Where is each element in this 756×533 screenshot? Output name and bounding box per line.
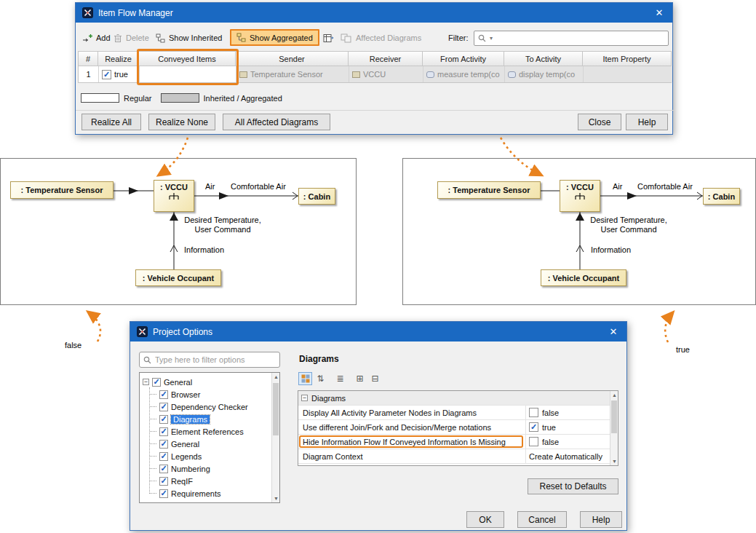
tree-checkbox[interactable] — [152, 378, 161, 387]
table-row[interactable]: 1 true Temperature Sensor VCCU measure t… — [78, 66, 672, 83]
categorized-view-icon[interactable] — [298, 372, 312, 385]
filter-searchbox[interactable]: ▾ — [474, 31, 669, 46]
block-temperature-sensor[interactable]: : Temperature Sensor — [10, 181, 114, 199]
tree-scrollbar[interactable]: ▲ ▼ — [271, 373, 279, 502]
property-row[interactable]: Use different Join/Fork and Decision/Mer… — [298, 420, 618, 435]
column-header-num[interactable]: # — [78, 51, 98, 66]
chevron-down-icon[interactable]: ▾ — [490, 35, 493, 42]
tree-checkbox[interactable] — [159, 452, 168, 461]
tree-item-diagrams[interactable]: Diagrams — [140, 413, 279, 425]
column-header-receiver[interactable]: Receiver — [349, 51, 423, 66]
tree-checkbox[interactable] — [159, 477, 168, 486]
dialog-title: Project Options — [153, 327, 212, 337]
expand-all-icon[interactable]: ⊞ — [353, 372, 367, 385]
block-cabin[interactable]: : Cabin — [703, 188, 740, 205]
scroll-up-icon[interactable]: ▲ — [272, 374, 280, 379]
property-value[interactable]: true — [525, 420, 618, 434]
grid-glyph — [301, 374, 310, 383]
column-header-item-property[interactable]: Item Property — [583, 51, 672, 66]
tree-checkbox[interactable] — [159, 427, 168, 436]
block-vccu[interactable]: : VCCU — [154, 180, 194, 212]
tree-checkbox[interactable] — [159, 390, 168, 399]
property-group-row[interactable]: Diagrams — [298, 391, 618, 406]
block-temperature-sensor[interactable]: : Temperature Sensor — [437, 181, 541, 199]
collapse-all-icon[interactable]: ⊟ — [368, 372, 382, 385]
affected-diagrams-button[interactable]: Affected Diagrams — [341, 29, 421, 47]
scroll-up-icon[interactable]: ▲ — [610, 392, 618, 398]
item-flow-manager-dialog: Item Flow Manager Add Delete Show Inheri… — [75, 2, 673, 135]
block-label: : Vehicle Occupant — [143, 274, 214, 283]
tree-item-general-root[interactable]: General — [140, 376, 279, 388]
value-checkbox[interactable] — [529, 408, 538, 417]
tree-item-legends[interactable]: Legends — [140, 450, 279, 462]
tree-checkbox[interactable] — [159, 440, 168, 449]
collapse-icon[interactable] — [301, 395, 308, 401]
block-cabin[interactable]: : Cabin — [298, 188, 335, 205]
info-flow-triangle — [576, 213, 584, 221]
block-vehicle-occupant[interactable]: : Vehicle Occupant — [541, 269, 626, 286]
tree-item-dependency-checker[interactable]: Dependency Checker — [140, 400, 279, 413]
column-header-realize[interactable]: Realize — [98, 51, 139, 66]
tree-item-reqif[interactable]: ReqIF — [140, 475, 279, 487]
reset-to-defaults-button[interactable]: Reset to Defaults — [528, 478, 618, 494]
cancel-button[interactable]: Cancel — [517, 511, 567, 528]
ok-button[interactable]: OK — [466, 511, 504, 528]
show-inherited-button[interactable]: Show Inherited — [156, 29, 222, 47]
property-row[interactable]: Display All Activity Parameter Nodes in … — [298, 406, 618, 420]
realize-none-button[interactable]: Realize None — [148, 114, 215, 130]
tree-checkbox[interactable] — [159, 403, 168, 411]
tree-checkbox[interactable] — [159, 489, 168, 498]
add-button[interactable]: Add — [82, 29, 111, 47]
tree-item-element-references[interactable]: Element References — [140, 425, 279, 438]
tree-checkbox[interactable] — [159, 415, 168, 424]
property-value[interactable]: false — [525, 435, 618, 449]
filter-input[interactable] — [496, 34, 664, 43]
close-icon[interactable] — [607, 326, 620, 337]
collapse-icon[interactable] — [143, 379, 149, 385]
tree-checkbox[interactable] — [159, 465, 168, 473]
property-value[interactable]: Create Automatically — [525, 449, 618, 463]
all-affected-diagrams-button[interactable]: All Affected Diagrams — [223, 114, 330, 130]
realize-all-button[interactable]: Realize All — [81, 114, 141, 130]
close-button[interactable]: Close — [578, 114, 621, 130]
add-icon — [82, 33, 92, 43]
help-button[interactable]: Help — [580, 511, 622, 528]
desired-line1: Desired Temperature, — [179, 216, 266, 225]
titlebar[interactable]: Item Flow Manager — [76, 3, 672, 23]
sort-alphabetically-icon[interactable]: ⇅ — [314, 372, 327, 385]
titlebar[interactable]: Project Options — [130, 322, 626, 341]
properties-scrollbar[interactable]: ▲ ▼ — [610, 391, 618, 465]
property-row[interactable]: Diagram Context Create Automatically — [298, 449, 618, 464]
group-label: Diagrams — [311, 394, 346, 403]
scrollbar-thumb[interactable] — [273, 383, 279, 435]
block-vccu[interactable]: : VCCU — [560, 180, 600, 212]
help-button[interactable]: Help — [626, 114, 668, 130]
options-filter-input[interactable] — [155, 355, 276, 364]
tree-item-numbering[interactable]: Numbering — [140, 462, 279, 475]
scroll-down-icon[interactable]: ▼ — [272, 496, 280, 501]
column-header-from-activity[interactable]: From Activity — [423, 51, 504, 66]
options-filter-searchbox[interactable] — [139, 352, 280, 368]
realize-checkbox[interactable] — [102, 70, 111, 79]
column-header-conveyed-items[interactable]: Conveyed Items — [139, 51, 236, 66]
tree-item-general[interactable]: General — [140, 438, 279, 450]
property-row-highlighted[interactable]: Hide Information Flow If Conveyed Inform… — [298, 435, 618, 449]
delete-button[interactable]: Delete — [114, 29, 149, 47]
scroll-down-icon[interactable]: ▼ — [610, 459, 618, 464]
cell-conveyed-items[interactable] — [140, 66, 236, 82]
tree-item-browser[interactable]: Browser — [140, 388, 279, 400]
show-description-icon[interactable]: ≣ — [333, 372, 347, 385]
cell-from-activity: measure temp(co — [423, 66, 505, 82]
property-value[interactable]: false — [525, 406, 618, 419]
tree-item-requirements[interactable]: Requirements — [140, 487, 279, 500]
close-icon[interactable] — [653, 7, 666, 18]
item-flow-table-icon-button[interactable] — [323, 29, 334, 47]
block-vehicle-occupant[interactable]: : Vehicle Occupant — [135, 269, 221, 286]
show-aggregated-button[interactable]: Show Aggregated — [230, 29, 319, 46]
column-header-sender[interactable]: Sender — [236, 51, 349, 66]
column-header-to-activity[interactable]: To Activity — [504, 51, 583, 66]
scrollbar-thumb[interactable] — [611, 400, 617, 433]
value-checkbox[interactable] — [529, 437, 538, 446]
value-checkbox[interactable] — [529, 422, 538, 432]
tree-twig — [150, 493, 156, 494]
